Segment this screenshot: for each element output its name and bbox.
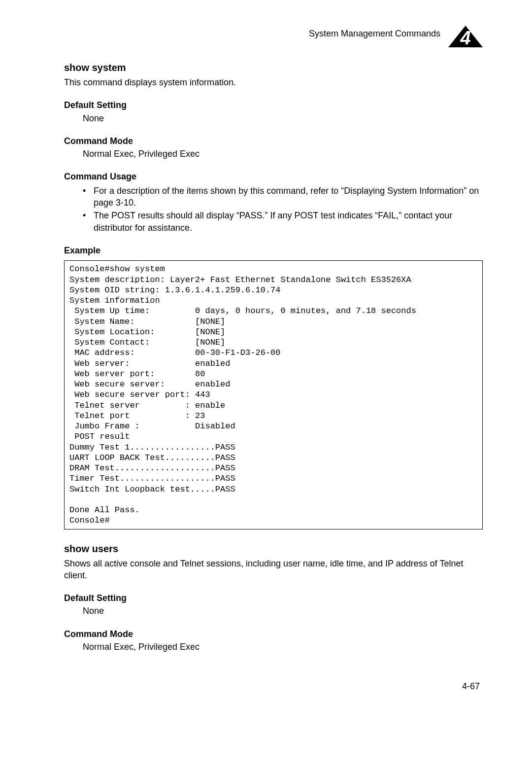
command-mode-value: Normal Exec, Privileged Exec	[83, 641, 483, 653]
command-description: This command displays system information…	[64, 76, 483, 88]
subheading-command-usage: Command Usage	[64, 171, 483, 182]
command-mode-value: Normal Exec, Privileged Exec	[83, 148, 483, 160]
command-section-show-users: show users Shows all active console and …	[64, 542, 483, 653]
subheading-example: Example	[64, 245, 483, 256]
bullet-item: For a description of the items shown by …	[83, 185, 483, 209]
page: System Management Commands 4 show system…	[0, 0, 532, 712]
chapter-number: 4	[460, 28, 470, 47]
page-number: 4-67	[64, 680, 483, 692]
command-title: show system	[64, 61, 483, 74]
command-title: show users	[64, 542, 483, 556]
header-title: System Management Commands	[309, 28, 440, 39]
command-section-show-system: show system This command displays system…	[64, 61, 483, 529]
default-setting-value: None	[83, 605, 483, 617]
chapter-badge: 4	[448, 20, 483, 47]
subheading-default-setting: Default Setting	[64, 99, 483, 111]
default-setting-value: None	[83, 112, 483, 124]
bullet-item: The POST results should all display “PAS…	[83, 210, 483, 234]
page-header: System Management Commands 4	[64, 20, 483, 47]
subheading-default-setting: Default Setting	[64, 592, 483, 604]
subheading-command-mode: Command Mode	[64, 135, 483, 147]
command-description: Shows all active console and Telnet sess…	[64, 558, 483, 582]
example-code-block: Console#show system System description: …	[64, 260, 483, 529]
chapter-badge-shape: 4	[448, 20, 483, 47]
subheading-command-mode: Command Mode	[64, 628, 483, 640]
command-usage-bullets: For a description of the items shown by …	[83, 185, 483, 234]
